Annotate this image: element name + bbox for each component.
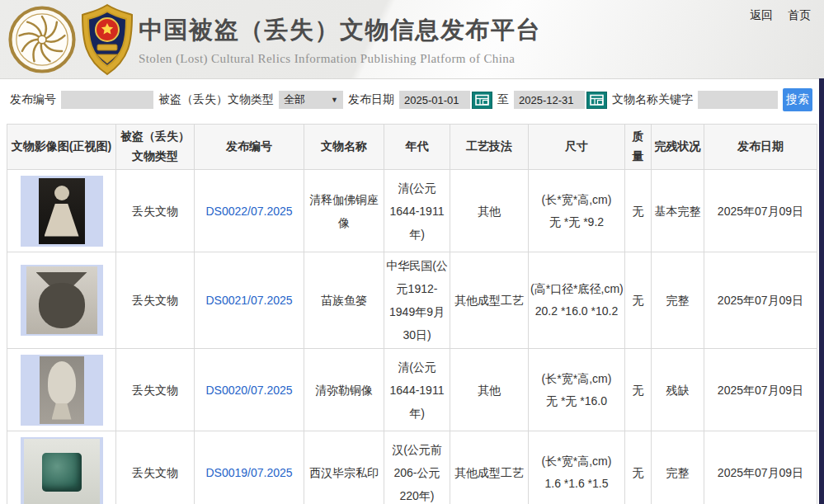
table-row: 丢失文物 DS0019/07.2025 西汉毕宗私印 汉(公元前206-公元22…	[7, 431, 817, 504]
keyword-label: 文物名称关键字	[612, 92, 693, 107]
relic-weight-cell: 无	[625, 170, 652, 252]
calendar-icon[interactable]	[472, 92, 492, 109]
relic-technique-cell: 其他成型工艺	[450, 252, 529, 349]
relic-image-cell	[7, 170, 116, 252]
relic-publish-no-cell: DS0020/07.2025	[195, 349, 304, 431]
relic-name-cell: 清释伽佛铜座像	[304, 170, 384, 252]
date-from-field	[399, 91, 492, 109]
search-button[interactable]: 搜索	[783, 88, 812, 111]
table-row: 丢失文物 DS0020/07.2025 清弥勒铜像 清(公元1644-1911年…	[7, 349, 817, 431]
type-select-value: 全部	[284, 92, 305, 107]
relic-publish-date-cell: 2025年07月09日	[704, 349, 817, 431]
publish-no-link[interactable]: DS0019/07.2025	[205, 466, 292, 479]
publish-no-input[interactable]	[61, 91, 153, 109]
publish-no-label: 发布编号	[10, 92, 56, 107]
relic-thumbnail[interactable]	[21, 265, 103, 336]
size-value: 无 *无 *9.2	[530, 211, 623, 233]
buddha-bronze-statue-photo	[39, 178, 85, 244]
relic-image-cell	[7, 252, 116, 349]
relic-thumbnail[interactable]	[21, 355, 103, 426]
police-badge-icon	[80, 3, 134, 79]
china-cultural-heritage-logo-icon	[8, 6, 76, 77]
date-from-input[interactable]	[399, 91, 470, 109]
col-header-type: 被盗（丢失）文物类型	[116, 125, 195, 170]
col-header-weight: 质量	[625, 125, 652, 170]
relic-condition-cell: 完整	[652, 431, 704, 504]
col-header-condition: 完残状况	[652, 125, 704, 170]
relic-publish-date-cell: 2025年07月09日	[704, 170, 817, 252]
size-value: 20.2 *16.0 *10.2	[530, 300, 623, 323]
relic-era-cell: 清(公元1644-1911年)	[384, 349, 450, 431]
col-header-era: 年代	[384, 125, 450, 170]
calendar-icon[interactable]	[586, 92, 607, 109]
relic-size-cell: (高*口径*底径,cm) 20.2 *16.0 *10.2	[529, 252, 625, 349]
table-header-row: 文物影像图(正视图) 被盗（丢失）文物类型 发布编号 文物名称 年代 工艺技法 …	[7, 125, 817, 170]
relic-type-cell: 丢失文物	[116, 252, 195, 349]
relic-publish-no-cell: DS0021/07.2025	[195, 252, 304, 349]
home-link[interactable]: 首页	[788, 8, 811, 21]
relic-technique-cell: 其他	[450, 170, 529, 252]
col-header-publish-date: 发布日期	[704, 125, 817, 170]
header-titles: 中国被盗（丢失）文物信息发布平台 Stolen (Lost) Cultural …	[139, 14, 541, 66]
publish-no-link[interactable]: DS0021/07.2025	[205, 294, 292, 307]
vertical-scrollbar[interactable]	[819, 78, 824, 504]
relic-era-cell: 中华民国(公元1912-1949年9月30日)	[384, 252, 450, 349]
relic-weight-cell: 无	[625, 349, 652, 431]
col-header-technique: 工艺技法	[450, 125, 529, 170]
keyword-input[interactable]	[698, 91, 778, 109]
relic-name-cell: 西汉毕宗私印	[304, 431, 384, 504]
relic-type-cell: 丢失文物	[116, 431, 195, 504]
relic-weight-cell: 无	[625, 252, 652, 349]
relic-size-cell: (长*宽*高,cm) 无 *无 *16.0	[529, 349, 625, 431]
size-unit-label: (长*宽*高,cm)	[530, 368, 623, 390]
publish-date-label: 发布日期	[348, 92, 394, 107]
relic-technique-cell: 其他成型工艺	[450, 431, 529, 504]
relic-size-cell: (长*宽*高,cm) 无 *无 *9.2	[529, 170, 625, 252]
publish-no-link[interactable]: DS0020/07.2025	[205, 384, 292, 397]
relic-condition-cell: 完整	[652, 252, 704, 349]
relic-publish-date-cell: 2025年07月09日	[704, 252, 817, 349]
search-bar: 发布编号 被盗（丢失）文物类型 全部 ▼ 发布日期 至 文物名称关	[0, 79, 824, 120]
type-select[interactable]: 全部 ▼	[279, 91, 343, 109]
relic-weight-cell: 无	[625, 431, 652, 504]
size-unit-label: (长*宽*高,cm)	[530, 450, 623, 473]
back-link[interactable]: 返回	[750, 8, 773, 21]
relic-type-cell: 丢失文物	[116, 170, 195, 252]
relic-image-cell	[7, 349, 116, 431]
col-header-publish-no: 发布编号	[195, 125, 304, 170]
table-row: 丢失文物 DS0022/07.2025 清释伽佛铜座像 清(公元1644-191…	[7, 170, 817, 252]
date-to-separator: 至	[497, 92, 509, 107]
relic-era-cell: 汉(公元前206-公元220年)	[384, 431, 450, 504]
type-label: 被盗（丢失）文物类型	[158, 92, 274, 107]
table-row: 丢失文物 DS0021/07.2025 苗族鱼篓 中华民国(公元1912-194…	[7, 252, 817, 349]
date-to-field	[514, 91, 607, 109]
miao-fish-basket-photo	[26, 266, 97, 334]
relic-size-cell: (长*宽*高,cm) 1.6 *1.6 *1.5	[529, 431, 625, 504]
relic-image-cell	[7, 431, 116, 504]
relic-condition-cell: 基本完整	[652, 170, 704, 252]
date-to-input[interactable]	[514, 91, 585, 109]
relic-thumbnail[interactable]	[21, 176, 103, 247]
relic-name-cell: 苗族鱼篓	[304, 252, 384, 349]
size-value: 1.6 *1.6 *1.5	[530, 473, 623, 495]
maitreya-bronze-statue-photo	[40, 356, 84, 424]
top-nav: 返回 首页	[738, 8, 811, 23]
relic-type-cell: 丢失文物	[116, 349, 195, 431]
size-unit-label: (长*宽*高,cm)	[530, 189, 623, 211]
chevron-down-icon: ▼	[331, 96, 338, 104]
relic-era-cell: 清(公元1644-1911年)	[384, 170, 450, 252]
page-title: 中国被盗（丢失）文物信息发布平台	[139, 14, 541, 47]
relic-thumbnail[interactable]	[21, 437, 103, 504]
col-header-size: 尺寸	[529, 125, 625, 170]
relic-condition-cell: 残缺	[652, 349, 704, 431]
relic-publish-no-cell: DS0022/07.2025	[195, 170, 304, 252]
col-header-image: 文物影像图(正视图)	[7, 125, 116, 170]
han-private-seal-photo	[24, 439, 100, 504]
relics-table: 文物影像图(正视图) 被盗（丢失）文物类型 发布编号 文物名称 年代 工艺技法 …	[7, 124, 817, 504]
publish-no-link[interactable]: DS0022/07.2025	[205, 205, 292, 218]
site-header: 中国被盗（丢失）文物信息发布平台 Stolen (Lost) Cultural …	[0, 0, 824, 79]
col-header-name: 文物名称	[304, 125, 384, 170]
relic-name-cell: 清弥勒铜像	[304, 349, 384, 431]
size-value: 无 *无 *16.0	[530, 390, 623, 412]
relic-publish-date-cell: 2025年07月09日	[704, 431, 817, 504]
